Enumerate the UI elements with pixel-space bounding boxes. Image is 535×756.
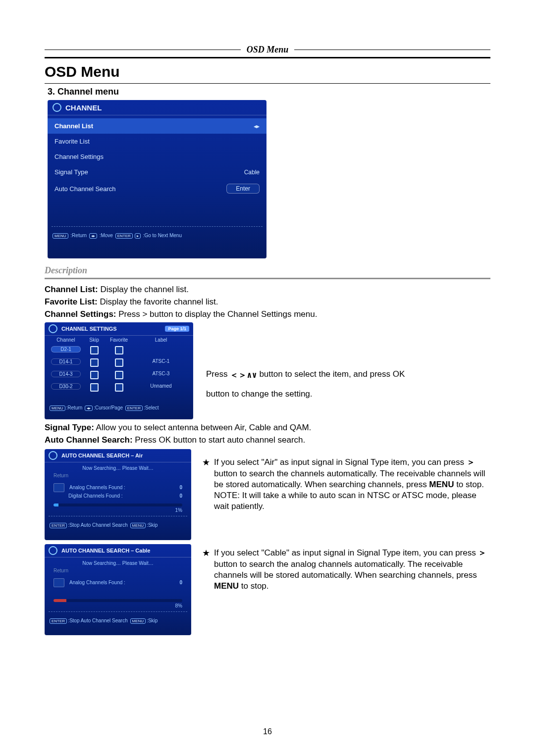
legend-move: :Move bbox=[100, 233, 113, 238]
gear-icon bbox=[49, 324, 57, 333]
arrow-symbols-icon: ＜＞∧∨ bbox=[230, 369, 257, 381]
settings-side-text: Press ＜＞∧∨ button to select the item, an… bbox=[193, 322, 490, 407]
enter-key-icon: ENTER bbox=[50, 618, 67, 624]
term-favorite-list: Favorite List: bbox=[45, 297, 98, 306]
osd-cable-header: AUTO CHANNEL SEARCH – Cable bbox=[45, 544, 191, 557]
osd-divider bbox=[49, 516, 187, 517]
progress-percent: 1% bbox=[54, 507, 182, 513]
osd-legend: MENU :Return ◂▸ :Move ENTER▸ :Go to Next… bbox=[48, 230, 267, 241]
checkbox-icon[interactable] bbox=[90, 383, 99, 392]
col-skip: Skip bbox=[83, 337, 105, 343]
cell-channel: D14-3 bbox=[51, 371, 81, 377]
found-value: 0 bbox=[179, 485, 182, 490]
osd-channel-title: CHANNEL bbox=[65, 103, 102, 112]
legend-skip: :Skip bbox=[147, 618, 158, 623]
menu-item-signal-type[interactable]: Signal Type Cable bbox=[48, 164, 267, 180]
text-fragment: button to select the item, and press OK bbox=[259, 369, 405, 379]
menu-key-icon: MENU bbox=[53, 233, 68, 239]
osd-legend: ENTER:Stop Auto Channel Search MENU:Skip bbox=[45, 520, 191, 531]
menu-item-value: Cable bbox=[244, 169, 260, 176]
menu-item-channel-list[interactable]: Channel List ◂▸ bbox=[48, 118, 267, 134]
right-key-icon: ▸ bbox=[135, 233, 141, 239]
text-fragment: If you select "Cable" as input signal in… bbox=[214, 548, 478, 557]
right-arrow-icon: ＞ bbox=[478, 549, 486, 558]
text-fragment: If you select "Air" as input signal in S… bbox=[214, 457, 467, 467]
term-auto-search: Auto Channel Search: bbox=[45, 435, 133, 445]
menu-item-label: Channel Settings bbox=[54, 153, 260, 160]
cell-channel: D2-1 bbox=[51, 346, 81, 353]
table-row[interactable]: D14-3 ATSC-3 bbox=[49, 369, 189, 381]
air-bullet-text: If you select "Air" as input signal in S… bbox=[214, 457, 490, 512]
col-favorite: Favorite bbox=[105, 337, 133, 343]
cell-channel: D30-2 bbox=[51, 383, 81, 390]
def-channel-list: Display the channel list. bbox=[98, 285, 189, 294]
settings-table-header: Channel Skip Favorite Label bbox=[49, 336, 189, 344]
header-rule-right bbox=[294, 50, 490, 50]
osd-cable-title: AUTO CHANNEL SEARCH – Cable bbox=[61, 548, 150, 554]
star-icon: ★ bbox=[202, 548, 214, 592]
checkbox-icon[interactable] bbox=[90, 346, 99, 354]
term-channel-list: Channel List: bbox=[45, 285, 98, 294]
osd-channel-menu: CHANNEL Channel List ◂▸ Favorite List Ch… bbox=[48, 100, 267, 258]
text-fragment: button to change the setting. bbox=[206, 389, 490, 399]
table-row[interactable]: D30-2 Unnamed bbox=[49, 381, 189, 394]
enter-key-icon: ENTER bbox=[50, 523, 67, 528]
checkbox-icon[interactable] bbox=[115, 358, 123, 367]
cell-label: ATSC-1 bbox=[133, 358, 189, 367]
legend-skip: :Skip bbox=[147, 522, 158, 528]
now-searching-text: Now Searching… Please Wait… bbox=[45, 462, 191, 472]
cable-bullet-text: If you select "Cable" as input signal in… bbox=[214, 548, 490, 592]
after-settings-body: Signal Type: Allow you to select antenna… bbox=[45, 422, 490, 446]
osd-auto-search-cable: AUTO CHANNEL SEARCH – Cable Now Searchin… bbox=[45, 544, 191, 635]
page-title: OSD Menu bbox=[45, 63, 490, 80]
menu-item-channel-settings[interactable]: Channel Settings bbox=[48, 149, 267, 164]
progress-percent: 8% bbox=[54, 603, 182, 608]
osd-divider bbox=[49, 611, 187, 612]
osd-channel-settings: CHANNEL SETTINGS Page 1/1 Channel Skip F… bbox=[45, 322, 193, 419]
menu-item-auto-channel-search[interactable]: Auto Channel Search Enter bbox=[48, 180, 267, 198]
checkbox-icon[interactable] bbox=[90, 371, 99, 379]
legend-stop: :Stop Auto Channel Search bbox=[68, 618, 128, 623]
gear-icon bbox=[53, 103, 61, 112]
found-value: 0 bbox=[179, 580, 182, 585]
checkbox-icon[interactable] bbox=[115, 383, 123, 392]
running-header-title: OSD Menu bbox=[247, 45, 289, 55]
text-fragment: to stop. bbox=[239, 581, 268, 591]
found-value: 0 bbox=[179, 493, 182, 499]
def-auto-search: Press OK button to start auto channel se… bbox=[133, 435, 306, 445]
cell-label: Unnamed bbox=[133, 383, 189, 392]
enter-button[interactable]: Enter bbox=[226, 184, 260, 194]
osd-channel-header: CHANNEL bbox=[48, 100, 267, 115]
gear-icon bbox=[49, 546, 57, 555]
def-favorite-list: Display the favorite channel list. bbox=[98, 297, 218, 306]
return-label: Return bbox=[45, 472, 191, 479]
right-arrow-icon: ＞ bbox=[467, 458, 475, 467]
star-icon: ★ bbox=[202, 457, 214, 512]
osd-legend: MENU:Return ◂▸:Cursor/Page ENTER:Select bbox=[45, 403, 193, 413]
menu-item-favorite-list[interactable]: Favorite List bbox=[48, 134, 267, 149]
term-channel-settings: Channel Settings: bbox=[45, 309, 116, 319]
thumbnail-icon bbox=[54, 483, 64, 492]
legend-return: :Return bbox=[70, 233, 87, 238]
found-key: Analog Channels Found : bbox=[69, 485, 179, 490]
checkbox-icon[interactable] bbox=[115, 346, 123, 354]
osd-settings-title: CHANNEL SETTINGS bbox=[61, 326, 117, 332]
checkbox-icon[interactable] bbox=[90, 358, 99, 367]
menu-item-label: Channel List bbox=[54, 122, 254, 130]
found-row: Analog Channels Found : 0 bbox=[45, 574, 191, 588]
menu-key-icon: MENU bbox=[130, 618, 146, 624]
description-rule bbox=[45, 278, 490, 279]
updown-key-icon: ◂▸ bbox=[89, 233, 97, 239]
progress-bar: 8% bbox=[54, 599, 182, 608]
arrow-keys-icon: ◂▸ bbox=[85, 405, 93, 411]
return-label: Return bbox=[45, 567, 191, 574]
found-key: Digital Channels Found : bbox=[68, 493, 179, 499]
menu-item-label: Favorite List bbox=[54, 138, 260, 145]
section-heading: 3. Channel menu bbox=[48, 87, 490, 97]
table-row[interactable]: D14-1 ATSC-1 bbox=[49, 356, 189, 369]
def-channel-settings: Press > button to display the Channel Se… bbox=[116, 309, 318, 319]
table-row[interactable]: D2-1 bbox=[49, 344, 189, 356]
page-badge: Page 1/1 bbox=[165, 326, 189, 332]
cell-channel: D14-1 bbox=[51, 358, 81, 365]
checkbox-icon[interactable] bbox=[115, 371, 123, 379]
